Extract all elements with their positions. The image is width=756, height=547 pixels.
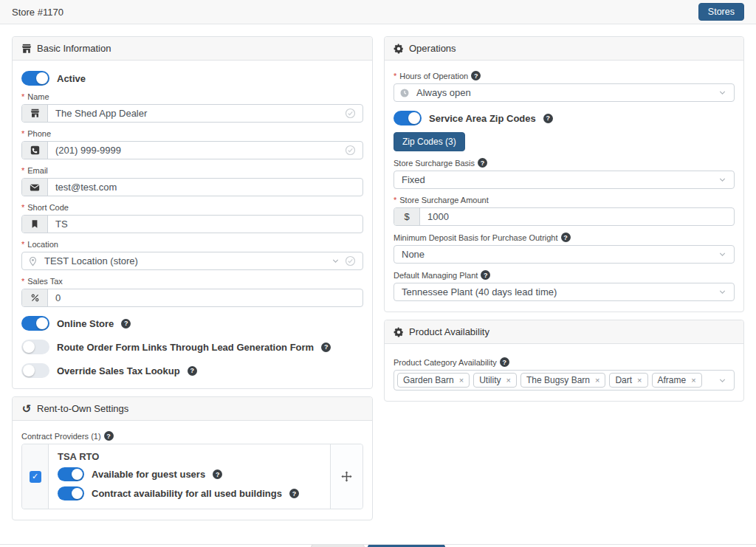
minimum-deposit-label: Minimum Deposit Basis for Purchase Outri… bbox=[394, 233, 735, 242]
store-icon bbox=[22, 105, 48, 122]
email-field-group: * Email test@test.com bbox=[21, 166, 363, 196]
dollar-icon: $ bbox=[394, 208, 420, 225]
rent-to-own-card: ↺ Rent-to-Own Settings Contract Provider… bbox=[12, 396, 373, 520]
chevron-down-icon bbox=[718, 376, 727, 385]
main-content: Basic Information Active * Name bbox=[0, 24, 756, 547]
sales-tax-label: * Sales Tax bbox=[21, 277, 363, 286]
managing-plant-field-group: Default Managing Plant ? Tennessee Plant… bbox=[394, 270, 735, 301]
managing-plant-label: Default Managing Plant ? bbox=[394, 270, 735, 280]
short-code-field-group: * Short Code TS bbox=[21, 203, 363, 233]
phone-input[interactable]: (201) 999-9999 bbox=[21, 141, 363, 159]
help-icon[interactable]: ? bbox=[289, 489, 299, 498]
gear-icon bbox=[394, 44, 404, 54]
online-store-toggle-row: Online Store ? bbox=[21, 316, 363, 331]
managing-plant-select[interactable]: Tennessee Plant (40 days lead time) bbox=[394, 283, 735, 301]
short-code-input[interactable]: TS bbox=[21, 215, 363, 233]
provider-details: TSA RTO Available for guest users ? Cont… bbox=[49, 444, 330, 509]
remove-tag-icon[interactable]: × bbox=[595, 376, 599, 385]
help-icon[interactable]: ? bbox=[481, 270, 490, 280]
provider-checkbox-cell: ✓ bbox=[22, 444, 49, 509]
phone-label: * Phone bbox=[21, 129, 363, 138]
used-buildings-toggle[interactable] bbox=[58, 486, 84, 500]
guest-users-toggle[interactable] bbox=[58, 467, 84, 481]
stores-button[interactable]: Stores bbox=[698, 3, 744, 21]
phone-value: (201) 999-9999 bbox=[48, 145, 345, 156]
hours-select[interactable]: Always open bbox=[394, 83, 735, 102]
remove-tag-icon[interactable]: × bbox=[459, 376, 464, 385]
drag-handle[interactable] bbox=[330, 444, 362, 509]
help-icon[interactable]: ? bbox=[543, 114, 553, 123]
location-select[interactable]: TEST Location (store) bbox=[21, 252, 363, 270]
surcharge-basis-value: Fixed bbox=[394, 174, 718, 185]
category-availability-label: Product Category Availability ? bbox=[394, 357, 735, 367]
contract-providers-label: Contract Providers (1) ? bbox=[21, 431, 363, 441]
surcharge-amount-field-group: * Store Surcharge Amount $ 1000 bbox=[394, 196, 735, 226]
hours-field-group: * Hours of Operation ? Always open bbox=[394, 71, 735, 102]
bookmark-icon bbox=[22, 216, 48, 233]
hours-value: Always open bbox=[415, 87, 718, 98]
help-icon[interactable]: ? bbox=[478, 158, 487, 168]
location-label: * Location bbox=[21, 240, 363, 249]
name-input[interactable]: The Shed App Dealer bbox=[21, 104, 363, 123]
provider-checkbox[interactable]: ✓ bbox=[30, 471, 41, 483]
remove-tag-icon[interactable]: × bbox=[506, 376, 511, 385]
active-toggle[interactable] bbox=[21, 71, 49, 86]
remove-tag-icon[interactable]: × bbox=[637, 376, 642, 385]
email-value: test@test.com bbox=[48, 182, 362, 193]
gear-icon bbox=[394, 327, 404, 337]
category-tag: Dart × bbox=[609, 373, 647, 388]
zip-codes-button[interactable]: Zip Codes (3) bbox=[394, 132, 465, 151]
card-title: Rent-to-Own Settings bbox=[37, 403, 128, 414]
sales-tax-field-group: * Sales Tax 0 bbox=[21, 277, 363, 307]
help-icon[interactable]: ? bbox=[188, 366, 197, 376]
surcharge-amount-label: * Store Surcharge Amount bbox=[394, 196, 735, 204]
help-icon[interactable]: ? bbox=[321, 343, 331, 352]
help-icon[interactable]: ? bbox=[471, 71, 481, 80]
minimum-deposit-select[interactable]: None bbox=[394, 245, 735, 264]
minimum-deposit-field-group: Minimum Deposit Basis for Purchase Outri… bbox=[394, 233, 735, 264]
category-tag: Garden Barn × bbox=[397, 373, 470, 388]
surcharge-basis-label: Store Surcharge Basis ? bbox=[394, 158, 735, 168]
contract-provider-row: ✓ TSA RTO Available for guest users ? bbox=[21, 444, 363, 509]
category-tag: Utility × bbox=[473, 373, 517, 388]
move-icon bbox=[341, 471, 352, 482]
footer-divider bbox=[0, 544, 756, 545]
surcharge-amount-value: 1000 bbox=[420, 211, 734, 222]
route-order-form-toggle[interactable] bbox=[21, 340, 49, 354]
short-code-label: * Short Code bbox=[21, 203, 363, 212]
provider-name: TSA RTO bbox=[58, 451, 321, 462]
category-tag: The Bugsy Barn × bbox=[520, 373, 605, 388]
service-area-zip-codes-toggle[interactable] bbox=[394, 111, 422, 125]
category-multiselect[interactable]: Garden Barn × Utility × The Bugsy Barn × bbox=[394, 370, 735, 391]
short-code-value: TS bbox=[48, 219, 362, 230]
help-icon[interactable]: ? bbox=[213, 469, 222, 479]
phone-icon bbox=[22, 142, 48, 159]
chevron-down-icon bbox=[718, 250, 734, 259]
override-sales-tax-toggle[interactable] bbox=[21, 363, 49, 378]
basic-information-card: Basic Information Active * Name bbox=[12, 36, 373, 389]
chevron-down-icon bbox=[331, 256, 340, 266]
location-field-group: * Location TEST Location (store) bbox=[21, 240, 363, 270]
service-area-toggle-row: Service Area Zip Codes ? bbox=[394, 111, 735, 125]
help-icon[interactable]: ? bbox=[561, 233, 571, 242]
remove-tag-icon[interactable]: × bbox=[691, 376, 695, 385]
help-icon[interactable]: ? bbox=[500, 357, 509, 367]
online-store-toggle[interactable] bbox=[21, 316, 49, 331]
card-title: Basic Information bbox=[37, 43, 111, 54]
rent-to-own-header: ↺ Rent-to-Own Settings bbox=[13, 397, 372, 421]
email-input[interactable]: test@test.com bbox=[21, 178, 363, 196]
valid-check-icon bbox=[345, 255, 356, 266]
surcharge-basis-field-group: Store Surcharge Basis ? Fixed bbox=[394, 158, 735, 189]
category-tag: Aframe × bbox=[652, 373, 702, 388]
route-order-toggle-row: Route Order Form Links Through Lead Gene… bbox=[21, 340, 363, 354]
managing-plant-value: Tennessee Plant (40 days lead time) bbox=[394, 286, 718, 297]
clock-icon bbox=[394, 88, 415, 98]
help-icon[interactable]: ? bbox=[104, 431, 114, 441]
surcharge-amount-input[interactable]: $ 1000 bbox=[394, 207, 735, 226]
card-title: Product Availability bbox=[409, 326, 489, 337]
sales-tax-input[interactable]: 0 bbox=[21, 289, 363, 307]
surcharge-basis-select[interactable]: Fixed bbox=[394, 171, 735, 189]
help-icon[interactable]: ? bbox=[121, 319, 131, 328]
operations-header: Operations bbox=[385, 37, 743, 61]
used-buildings-toggle-row: Contract availability for all used build… bbox=[58, 486, 321, 500]
